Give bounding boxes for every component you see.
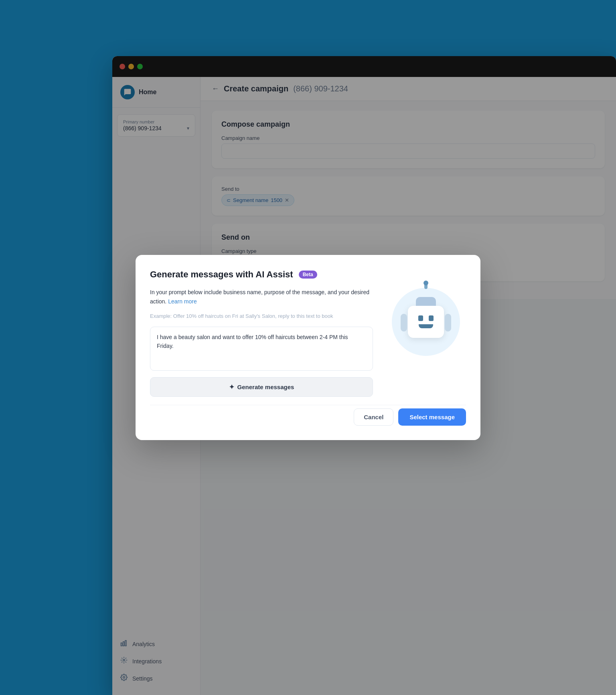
- robot-eye-right: [429, 315, 434, 321]
- modal-footer: Cancel Select message: [150, 405, 466, 426]
- robot-mouth: [419, 324, 433, 328]
- modal-body: In your prompt below include business na…: [150, 288, 466, 396]
- robot-antenna: [424, 283, 428, 289]
- prompt-textarea[interactable]: I have a beauty salon and want to offer …: [150, 327, 373, 371]
- modal-description: In your prompt below include business na…: [150, 288, 373, 306]
- beta-badge: Beta: [299, 271, 317, 279]
- robot-eye-left: [418, 315, 423, 321]
- robot-head-top: [416, 297, 436, 306]
- select-message-button[interactable]: Select message: [398, 408, 466, 426]
- cancel-button[interactable]: Cancel: [354, 408, 393, 426]
- modal-overlay: Generate messages with AI Assist Beta In…: [0, 0, 616, 695]
- robot-arm-left: [401, 314, 407, 331]
- robot-container: [392, 288, 460, 356]
- modal-header: Generate messages with AI Assist Beta: [150, 269, 466, 280]
- generate-messages-button[interactable]: ✦ Generate messages: [150, 377, 373, 397]
- learn-more-link[interactable]: Learn more: [168, 298, 197, 305]
- robot-arm-right: [445, 314, 451, 331]
- modal-title: Generate messages with AI Assist: [150, 269, 293, 280]
- modal-left: In your prompt below include business na…: [150, 288, 373, 396]
- robot-eyes: [418, 315, 434, 321]
- ai-assist-modal: Generate messages with AI Assist Beta In…: [136, 255, 480, 440]
- sparkle-icon: ✦: [229, 383, 234, 391]
- modal-robot-illustration: [386, 288, 466, 356]
- robot-body: [408, 306, 444, 338]
- modal-example: Example: Offer 10% off haircuts on Fri a…: [150, 312, 373, 320]
